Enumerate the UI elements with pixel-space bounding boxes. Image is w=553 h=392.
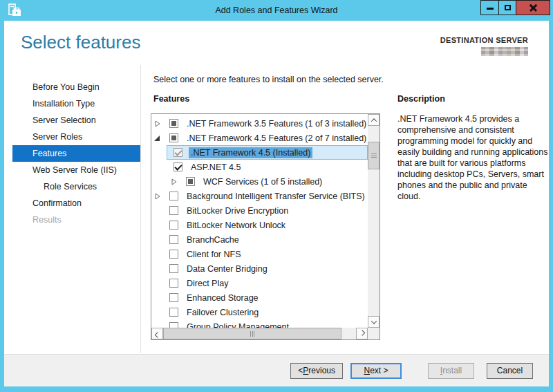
expand-arrow-expanded-icon[interactable] (154, 135, 169, 142)
checkbox-checked-disabled (174, 148, 182, 157)
expand-arrow-collapsed-icon[interactable] (171, 178, 186, 185)
tree-item[interactable]: Failover Clustering (151, 305, 368, 319)
checkbox-indeterminate[interactable] (169, 119, 178, 128)
destination-server-name-redacted (481, 47, 528, 56)
nav-web-server-role-iis[interactable]: Web Server Role (IIS) (4, 162, 140, 178)
nav-features[interactable]: Features (12, 145, 140, 162)
tree-item-label: Enhanced Storage (185, 292, 261, 304)
checkbox-unchecked[interactable] (169, 221, 178, 230)
tree-item-label: .NET Framework 3.5 Features (1 of 3 inst… (185, 118, 368, 129)
expand-arrow-collapsed-icon[interactable] (154, 193, 169, 200)
tree-item-clipped[interactable]: Group Policy Management (151, 319, 368, 328)
nav-server-roles[interactable]: Server Roles (4, 129, 140, 145)
checkbox-unchecked[interactable] (169, 308, 178, 317)
window-controls (480, 0, 550, 15)
next-button-suffix: ext > (370, 366, 388, 375)
features-listbox: .NET Framework 3.5 Features (1 of 3 inst… (151, 113, 380, 340)
scroll-left-button[interactable] (151, 328, 163, 339)
tree-item-label: Data Center Bridging (185, 263, 270, 274)
cancel-button[interactable]: Cancel (487, 363, 533, 379)
scroll-down-button[interactable] (368, 316, 379, 328)
maximize-button[interactable] (498, 1, 516, 15)
wizard-steps-nav: Before You Begin Installation Type Serve… (4, 79, 140, 228)
checkbox-unchecked[interactable] (169, 279, 178, 288)
tree-item-label: BitLocker Drive Encryption (185, 205, 290, 216)
nav-results: Results (4, 212, 140, 228)
tree-item[interactable]: Enhanced Storage (151, 290, 368, 305)
chevron-left-icon (154, 332, 160, 337)
tree-item-label: Background Intelligent Transfer Service … (185, 191, 367, 202)
tree-item[interactable]: .NET Framework 4.5 Features (2 of 7 inst… (151, 131, 368, 145)
expand-arrow-collapsed-icon[interactable] (154, 120, 169, 127)
tree-item[interactable]: Background Intelligent Transfer Service … (151, 189, 368, 203)
tree-item-label: Group Policy Management (185, 321, 291, 328)
description-title: Description (397, 94, 445, 104)
tree-item-label: Client for NFS (185, 249, 243, 260)
nav-before-you-begin[interactable]: Before You Begin (4, 79, 140, 95)
sidebar-separator (140, 65, 141, 353)
scrollbar-corner (368, 328, 379, 339)
checkbox-unchecked[interactable] (169, 192, 178, 200)
tree-item-label: BitLocker Network Unlock (185, 220, 288, 231)
checkbox-unchecked[interactable] (169, 293, 178, 302)
features-tree: .NET Framework 3.5 Features (1 of 3 inst… (151, 114, 368, 328)
tree-item-label: .NET Framework 4.5 Features (2 of 7 inst… (185, 133, 368, 144)
horizontal-scrollbar[interactable] (151, 328, 368, 339)
page-title: Select features (21, 32, 140, 53)
checkbox-unchecked[interactable] (169, 206, 178, 215)
chevron-up-icon (371, 118, 376, 124)
tree-item[interactable]: Client for NFS (151, 247, 368, 261)
checkbox-checked[interactable] (174, 162, 182, 171)
tree-item[interactable]: ASP.NET 4.5 (151, 160, 368, 174)
tree-item[interactable]: BitLocker Network Unlock (151, 218, 368, 232)
tree-item-selected[interactable]: .NET Framework 4.5 (Installed) (151, 145, 368, 160)
destination-server-label: DESTINATION SERVER (440, 36, 528, 44)
wizard-window: Add Roles and Features Wizard Select fea… (0, 0, 553, 392)
instruction-text: Select one or more features to install o… (153, 75, 384, 84)
vertical-scrollbar-thumb[interactable] (368, 142, 379, 169)
minimize-button[interactable] (481, 1, 498, 15)
maximize-icon (505, 5, 511, 10)
scroll-up-button[interactable] (368, 114, 379, 126)
nav-role-services[interactable]: Role Services (4, 178, 140, 195)
install-button-suffix: nstall (442, 366, 462, 375)
checkbox-unchecked[interactable] (169, 264, 178, 273)
previous-button[interactable]: < Previous (290, 363, 343, 379)
wizard-footer: < Previous Next > Install Cancel (4, 354, 549, 386)
window-title: Add Roles and Features Wizard (0, 0, 553, 21)
tree-item-label: WCF Services (1 of 5 installed) (201, 176, 324, 187)
tree-item[interactable]: .NET Framework 3.5 Features (1 of 3 inst… (151, 116, 368, 131)
tree-item-label: Direct Play (185, 278, 230, 289)
checkbox-indeterminate[interactable] (186, 177, 195, 186)
tree-item-label: .NET Framework 4.5 (Installed) (189, 147, 312, 158)
vertical-scrollbar[interactable] (368, 114, 379, 328)
thumb-grip-icon (371, 153, 377, 158)
checkbox-unchecked[interactable] (169, 250, 178, 259)
tree-item[interactable]: Data Center Bridging (151, 261, 368, 276)
horizontal-scrollbar-thumb[interactable] (163, 328, 341, 339)
tree-item[interactable]: Direct Play (151, 276, 368, 290)
next-button[interactable]: Next > (350, 363, 402, 379)
tree-item-label: ASP.NET 4.5 (189, 162, 243, 173)
titlebar[interactable]: Add Roles and Features Wizard (0, 0, 553, 21)
tree-item[interactable]: BranchCache (151, 232, 368, 247)
nav-confirmation[interactable]: Confirmation (4, 195, 140, 212)
close-button[interactable] (516, 1, 550, 15)
scroll-right-button[interactable] (356, 328, 368, 339)
chevron-down-icon (371, 318, 376, 324)
checkbox-indeterminate[interactable] (169, 133, 178, 142)
checkbox-unchecked[interactable] (169, 235, 178, 244)
description-text: .NET Framework 4.5 provides a comprehens… (397, 113, 550, 202)
nav-installation-type[interactable]: Installation Type (4, 95, 140, 112)
tree-item[interactable]: WCF Services (1 of 5 installed) (151, 174, 368, 189)
wizard-body: Select features DESTINATION SERVER Befor… (4, 21, 549, 386)
checkbox-unchecked[interactable] (169, 322, 178, 328)
tree-item-label: Failover Clustering (185, 307, 261, 318)
features-list-title: Features (153, 94, 189, 104)
previous-button-suffix: revious (308, 366, 335, 375)
tree-item[interactable]: BitLocker Drive Encryption (151, 203, 368, 218)
thumb-grip-icon (250, 331, 254, 337)
previous-button-mnemonic: P (303, 366, 308, 375)
tree-item-label: BranchCache (185, 234, 241, 245)
nav-server-selection[interactable]: Server Selection (4, 112, 140, 129)
